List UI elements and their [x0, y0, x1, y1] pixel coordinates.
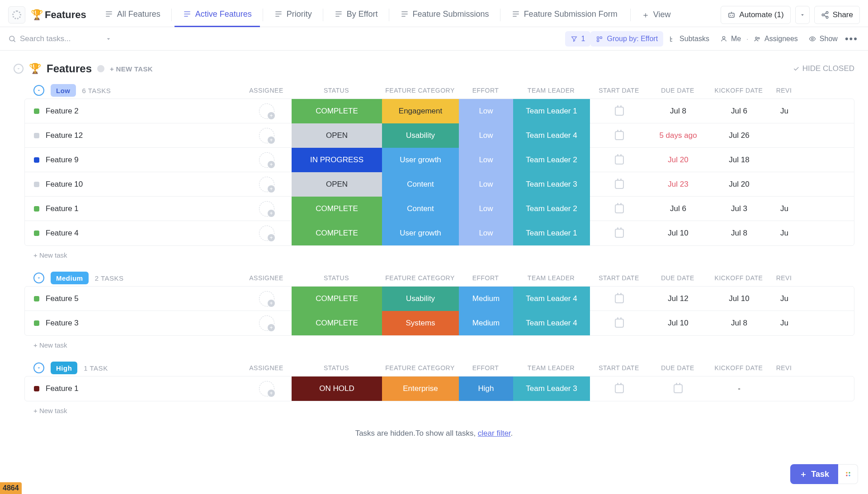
kickoff-date[interactable]: Jul 6: [708, 107, 771, 116]
filter-count-pill[interactable]: 1: [565, 31, 591, 47]
status-tag[interactable]: OPEN: [292, 123, 382, 148]
automate-dropdown[interactable]: [795, 6, 810, 24]
assignees-pill[interactable]: Assignees: [748, 31, 803, 47]
effort-tag[interactable]: Low: [459, 123, 513, 148]
search-input[interactable]: [20, 34, 101, 43]
kickoff-date[interactable]: Jul 3: [708, 204, 771, 213]
status-tag[interactable]: IN PROGRESS: [292, 148, 382, 172]
category-tag[interactable]: Content: [382, 197, 459, 221]
due-date[interactable]: Jul 8: [649, 107, 708, 116]
status-tag[interactable]: OPEN: [292, 172, 382, 197]
new-task-fab[interactable]: ＋ Task: [790, 464, 838, 484]
effort-tag[interactable]: Medium: [459, 287, 513, 311]
review-date[interactable]: Ju: [771, 204, 798, 213]
tab-active-features[interactable]: Active Features: [175, 3, 260, 27]
due-date[interactable]: Jul 20: [649, 155, 708, 165]
assignee-add[interactable]: [259, 128, 274, 143]
effort-tag[interactable]: Low: [459, 99, 513, 123]
subtasks-pill[interactable]: Subtasks: [663, 31, 715, 47]
kickoff-date[interactable]: Jul 8: [708, 319, 771, 328]
start-date[interactable]: [590, 155, 649, 165]
assignee-add[interactable]: [259, 201, 274, 216]
effort-tag[interactable]: Medium: [459, 311, 513, 335]
group-chip[interactable]: Medium: [51, 272, 89, 284]
category-tag[interactable]: Engagement: [382, 99, 459, 123]
group-chip[interactable]: High: [51, 362, 77, 374]
review-date[interactable]: Ju: [771, 107, 798, 116]
effort-tag[interactable]: Low: [459, 221, 513, 245]
due-date[interactable]: 5 days ago: [649, 131, 708, 140]
hide-closed-button[interactable]: HIDE CLOSED: [793, 64, 854, 73]
me-pill[interactable]: Me: [715, 31, 746, 47]
category-tag[interactable]: Usability: [382, 123, 459, 148]
leader-tag[interactable]: Team Leader 3: [513, 376, 590, 401]
status-tag[interactable]: COMPLETE: [292, 221, 382, 245]
collapse-group-button[interactable]: [33, 273, 44, 283]
category-tag[interactable]: Usability: [382, 287, 459, 311]
tab-feature-submission-form[interactable]: Feature Submission Form: [503, 3, 626, 27]
kickoff-date[interactable]: Jul 18: [708, 155, 771, 165]
start-date[interactable]: [590, 294, 649, 303]
leader-tag[interactable]: Team Leader 2: [513, 148, 590, 172]
kickoff-date[interactable]: Jul 8: [708, 229, 771, 238]
review-date[interactable]: Ju: [771, 229, 798, 238]
leader-tag[interactable]: Team Leader 2: [513, 197, 590, 221]
effort-tag[interactable]: Low: [459, 197, 513, 221]
category-tag[interactable]: Systems: [382, 311, 459, 335]
category-tag[interactable]: Enterprise: [382, 376, 459, 401]
group-by-pill[interactable]: Group by: Effort: [590, 31, 663, 47]
tab-priority[interactable]: Priority: [266, 3, 320, 27]
add-view-button[interactable]: ＋ View: [635, 9, 677, 20]
category-tag[interactable]: Content: [382, 172, 459, 197]
effort-tag[interactable]: Low: [459, 148, 513, 172]
category-tag[interactable]: User growth: [382, 221, 459, 245]
leader-tag[interactable]: Team Leader 1: [513, 99, 590, 123]
chevron-down-icon[interactable]: [105, 35, 112, 42]
due-date[interactable]: Jul 23: [649, 180, 708, 189]
due-date[interactable]: Jul 12: [649, 294, 708, 303]
new-task-row[interactable]: + New task: [24, 336, 854, 351]
effort-tag[interactable]: High: [459, 376, 513, 401]
kickoff-date[interactable]: Jul 20: [708, 180, 771, 189]
new-task-row[interactable]: + New task: [24, 246, 854, 261]
tab-feature-submissions[interactable]: Feature Submissions: [392, 3, 497, 27]
table-row[interactable]: Feature 9IN PROGRESSUser growthLowTeam L…: [25, 148, 854, 172]
collapse-list-button[interactable]: [14, 64, 24, 74]
status-tag[interactable]: COMPLETE: [292, 311, 382, 335]
clear-filter-link[interactable]: clear filter: [478, 429, 511, 438]
start-date[interactable]: [590, 204, 649, 213]
table-row[interactable]: Feature 10OPENContentLowTeam Leader 3Jul…: [25, 172, 854, 197]
start-date[interactable]: [590, 319, 649, 328]
status-tag[interactable]: COMPLETE: [292, 287, 382, 311]
share-button[interactable]: Share: [814, 6, 860, 24]
kickoff-date[interactable]: Jul 26: [708, 131, 771, 140]
assignee-add[interactable]: [259, 104, 274, 119]
start-date[interactable]: [590, 229, 649, 238]
tab-by-effort[interactable]: By Effort: [326, 3, 386, 27]
table-row[interactable]: Feature 12OPENUsabilityLowTeam Leader 45…: [25, 123, 854, 148]
review-date[interactable]: Ju: [771, 294, 798, 303]
due-date-empty[interactable]: [649, 384, 708, 393]
leader-tag[interactable]: Team Leader 3: [513, 172, 590, 197]
assignee-add[interactable]: [259, 226, 274, 241]
assignee-add[interactable]: [259, 315, 274, 331]
collapse-group-button[interactable]: [33, 362, 44, 373]
leader-tag[interactable]: Team Leader 4: [513, 287, 590, 311]
kickoff-date[interactable]: -: [708, 384, 771, 393]
table-row[interactable]: Feature 3COMPLETESystemsMediumTeam Leade…: [25, 311, 854, 335]
effort-tag[interactable]: Low: [459, 172, 513, 197]
kickoff-date[interactable]: Jul 10: [708, 294, 771, 303]
leader-tag[interactable]: Team Leader 1: [513, 221, 590, 245]
category-tag[interactable]: User growth: [382, 148, 459, 172]
assignee-add[interactable]: [259, 291, 274, 306]
due-date[interactable]: Jul 10: [649, 319, 708, 328]
status-tag[interactable]: COMPLETE: [292, 197, 382, 221]
automate-button[interactable]: Automate (1): [721, 6, 790, 24]
leader-tag[interactable]: Team Leader 4: [513, 123, 590, 148]
start-date[interactable]: [590, 384, 649, 393]
more-icon[interactable]: •••: [843, 33, 860, 45]
due-date[interactable]: Jul 10: [649, 229, 708, 238]
table-row[interactable]: Feature 1ON HOLDEnterpriseHighTeam Leade…: [25, 376, 854, 401]
review-date[interactable]: Ju: [771, 319, 798, 328]
assignee-add[interactable]: [259, 177, 274, 192]
